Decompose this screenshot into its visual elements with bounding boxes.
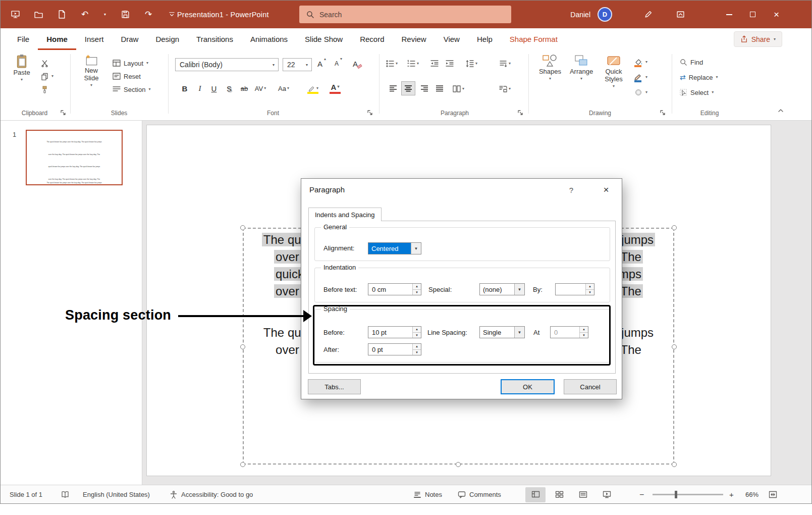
resize-handle-bottom-left[interactable] <box>240 462 245 467</box>
align-right-button[interactable] <box>417 81 431 95</box>
paragraph-dialog-launcher[interactable] <box>517 110 524 117</box>
slide-indicator[interactable]: Slide 1 of 1 <box>10 485 42 504</box>
numbering-button[interactable]: ▾ <box>407 57 419 70</box>
grow-font-button[interactable]: A▴ <box>317 57 326 70</box>
tab-design[interactable]: Design <box>147 28 188 50</box>
resize-handle-middle-right[interactable] <box>672 344 677 349</box>
align-center-button[interactable] <box>401 81 415 95</box>
redo-button[interactable]: ↷ <box>139 1 158 28</box>
tab-shape-format[interactable]: Shape Format <box>501 28 566 50</box>
maximize-button[interactable] <box>741 1 765 28</box>
resize-handle-top-right[interactable] <box>672 225 677 230</box>
new-slide-button[interactable]: New Slide ▾ <box>77 54 105 87</box>
spin-up-icon[interactable]: ▲ <box>413 284 421 290</box>
arrange-button[interactable]: Arrange ▾ <box>568 54 595 81</box>
spin-down-icon[interactable]: ▼ <box>413 333 421 338</box>
tab-file[interactable]: File <box>9 28 38 50</box>
tab-draw[interactable]: Draw <box>112 28 147 50</box>
reset-button[interactable]: Reset <box>113 70 141 82</box>
change-case-button[interactable]: Aa ▾ <box>277 81 290 95</box>
tab-transitions[interactable]: Transitions <box>188 28 242 50</box>
tab-home[interactable]: Home <box>38 28 76 50</box>
zoom-slider-thumb[interactable] <box>675 491 677 498</box>
save-icon[interactable] <box>116 1 135 28</box>
spacing-after-spinner[interactable]: 0 pt ▲▼ <box>368 343 421 355</box>
comments-button[interactable]: Comments <box>458 485 501 504</box>
justify-button[interactable] <box>432 81 447 95</box>
spacing-before-spinner[interactable]: 10 pt ▲▼ <box>368 326 421 338</box>
dialog-help-button[interactable]: ? <box>564 183 579 197</box>
draw-pen-icon[interactable] <box>636 1 660 28</box>
font-dialog-launcher[interactable] <box>367 110 374 117</box>
ok-button[interactable]: OK <box>501 379 555 394</box>
shape-effects-button[interactable]: ▾ <box>634 86 647 98</box>
dropdown-arrow-icon[interactable]: ▼ <box>514 284 524 295</box>
before-text-spinner[interactable]: 0 cm ▲▼ <box>368 283 421 295</box>
spin-down-icon[interactable]: ▼ <box>580 333 588 338</box>
ribbon-display-options-icon[interactable] <box>669 1 692 28</box>
strikethrough-button[interactable]: ab <box>238 81 251 95</box>
layout-button[interactable]: Layout ▾ <box>113 57 148 69</box>
tab-animations[interactable]: Animations <box>242 28 296 50</box>
quick-styles-button[interactable]: Quick Styles ▾ <box>599 54 628 88</box>
fit-to-window-button[interactable] <box>769 485 777 504</box>
bullets-button[interactable]: ▾ <box>386 57 398 70</box>
drawing-dialog-launcher[interactable] <box>660 110 667 117</box>
spin-up-icon[interactable]: ▲ <box>413 327 421 333</box>
spin-up-icon[interactable]: ▲ <box>413 344 421 350</box>
spell-check-button[interactable] <box>61 485 69 504</box>
resize-handle-top-left[interactable] <box>240 225 245 230</box>
text-direction-button[interactable]: ▾ <box>499 57 511 70</box>
increase-indent-button[interactable] <box>446 57 454 70</box>
spin-up-icon[interactable]: ▲ <box>580 327 588 333</box>
decrease-indent-button[interactable] <box>430 57 439 70</box>
bold-button[interactable]: B <box>178 81 191 95</box>
shape-fill-button[interactable]: ▾ <box>634 56 647 68</box>
text-shadow-button[interactable]: S <box>223 81 236 95</box>
alignment-dropdown[interactable]: Centered ▼ <box>368 242 421 254</box>
normal-view-button[interactable] <box>525 487 546 502</box>
select-button[interactable]: Select ▾ <box>680 86 714 98</box>
italic-button[interactable]: I <box>193 81 206 95</box>
shapes-button[interactable]: Shapes ▾ <box>536 54 564 81</box>
by-spinner[interactable]: ▲▼ <box>555 283 594 295</box>
align-left-button[interactable] <box>386 81 400 95</box>
format-painter-button[interactable] <box>41 83 48 95</box>
account-area[interactable]: Daniel D <box>570 1 612 28</box>
undo-dropdown[interactable]: ▾ <box>98 1 112 28</box>
columns-button[interactable]: ▾ <box>453 82 464 95</box>
underline-button[interactable]: U <box>207 81 221 95</box>
font-color-button[interactable]: A ▾ <box>328 81 343 95</box>
tab-view[interactable]: View <box>435 28 468 50</box>
slide-thumbnail[interactable]: The quick brown fox jumps over the lazy … <box>26 130 123 185</box>
dropdown-arrow-icon[interactable]: ▼ <box>411 243 421 254</box>
cut-button[interactable] <box>41 57 48 69</box>
resize-handle-middle-left[interactable] <box>240 344 245 349</box>
share-button[interactable]: Share ▾ <box>734 31 782 47</box>
avatar[interactable]: D <box>598 7 612 22</box>
clear-formatting-button[interactable]: A <box>353 57 362 70</box>
minimize-button[interactable] <box>717 1 741 28</box>
shape-outline-button[interactable]: ▾ <box>634 71 647 83</box>
spin-down-icon[interactable]: ▼ <box>413 350 421 355</box>
line-spacing-dropdown[interactable]: Single ▼ <box>479 326 525 338</box>
section-button[interactable]: Section ▾ <box>113 83 150 95</box>
open-file-icon[interactable] <box>29 1 48 28</box>
text-highlight-color-button[interactable]: ▾ <box>305 81 320 95</box>
spin-down-icon[interactable]: ▼ <box>413 290 421 295</box>
tab-slide-show[interactable]: Slide Show <box>296 28 351 50</box>
font-size-combobox[interactable]: 22 ▾ <box>283 58 312 71</box>
new-file-icon[interactable] <box>52 1 71 28</box>
tab-indents-and-spacing[interactable]: Indents and Spacing <box>308 208 382 221</box>
close-button[interactable]: × <box>765 1 788 28</box>
zoom-level[interactable]: 66% <box>745 485 759 504</box>
search-input[interactable] <box>319 11 486 19</box>
start-slideshow-icon[interactable] <box>6 1 25 28</box>
tabs-button[interactable]: Tabs... <box>308 379 361 394</box>
dropdown-arrow-icon[interactable]: ▼ <box>514 327 524 338</box>
character-spacing-button[interactable]: AV ▾ <box>254 81 267 95</box>
spin-down-icon[interactable]: ▼ <box>586 290 594 295</box>
font-family-combobox[interactable]: Calibri (Body) ▾ <box>175 58 279 71</box>
paste-button[interactable]: Paste ▾ <box>9 54 35 82</box>
tab-help[interactable]: Help <box>468 28 501 50</box>
